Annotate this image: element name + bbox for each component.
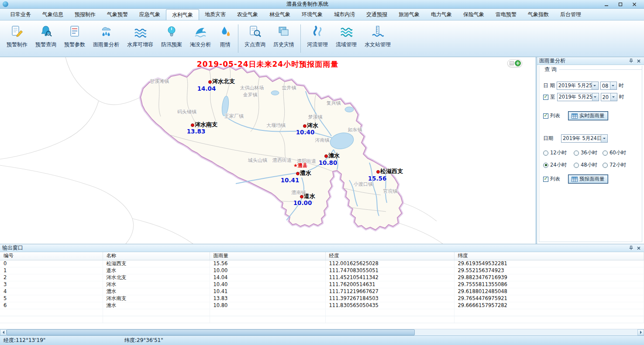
menu-item[interactable]: 应急气象 (134, 9, 166, 20)
duration-radio[interactable]: 72小时 (603, 162, 634, 168)
menu-item[interactable]: 电力气象 (425, 9, 458, 20)
duration-radio[interactable]: 60小时 (603, 150, 634, 156)
end-date-combobox[interactable]: 2019年 5月25日 (557, 93, 599, 101)
start-hour-combobox[interactable]: 08 (600, 82, 617, 90)
toolbar-button-rain[interactable]: 雨情 (215, 22, 236, 55)
scrollbar-track[interactable] (415, 329, 637, 335)
toolbar-button-warning-search[interactable]: 预警查询 (31, 22, 60, 55)
menu-item[interactable]: 雷电预警 (490, 9, 522, 20)
table-row[interactable]: 5涔水南支13.83111.39726718450329.76544769759… (0, 295, 644, 302)
toolbar-button-river[interactable]: 河流管理 (303, 22, 332, 55)
column-header[interactable]: 名称 (103, 252, 210, 260)
to-checkbox[interactable] (543, 95, 548, 100)
list-checkbox-2[interactable] (543, 177, 548, 182)
station-marker[interactable] (324, 154, 328, 158)
toolbar-button-label: 历史灾情 (273, 41, 294, 48)
layers-icon[interactable] (510, 61, 514, 65)
station-value: 13.83 (187, 128, 206, 135)
toolbar-button-history-disaster[interactable]: 历史灾情 (269, 22, 298, 55)
list-label: 列表 (550, 113, 560, 119)
toolbar-button-disaster-search[interactable]: 灾点查询 (241, 22, 269, 55)
town-label: 澧西街道 (272, 157, 292, 164)
table-row[interactable]: 4澧水10.41111.71121966762729.6188012485048 (0, 288, 644, 295)
table-row[interactable]: 1道水10.00111.74708305505129.552156374923 (0, 267, 644, 274)
scroll-left-button[interactable] (0, 329, 7, 335)
toolbar-button-warning-params[interactable]: 预警参数 (60, 22, 89, 55)
toolbar-button-flood-plan[interactable]: 防汛预案 (157, 22, 186, 55)
station-marker[interactable] (191, 123, 194, 127)
menu-item[interactable]: 预报制作 (69, 9, 101, 20)
radio-label: 12小时 (550, 150, 567, 156)
pin-icon[interactable] (628, 245, 634, 251)
column-header[interactable]: 纬度 (454, 252, 644, 260)
close-button[interactable] (632, 2, 637, 7)
column-header[interactable]: 编号 (0, 252, 103, 260)
table-row[interactable]: 6澹水10.80111.83056505043529.6666157957282 (0, 302, 644, 309)
menu-item[interactable]: 地质灾害 (199, 9, 231, 20)
station-value: 14.04 (197, 85, 216, 92)
scroll-right-button[interactable] (637, 329, 644, 335)
menu-item[interactable]: 气象预警 (101, 9, 134, 20)
duration-radio[interactable]: 36小时 (574, 150, 603, 156)
menu-item[interactable]: 水利气象 (166, 9, 199, 20)
realtime-rain-button[interactable]: 实时面雨量 (568, 111, 608, 120)
toolbar-button-inundation[interactable]: 淹没分析 (186, 22, 215, 55)
duration-radio[interactable]: 48小时 (574, 162, 603, 168)
map-area[interactable]: 2019-05-24日未来24小时预报面雨量 + 甘溪滩镇太供山林场金罗镇盐井镇… (0, 57, 537, 244)
table-row[interactable]: 0松滋西支15.56112.00162562502829.61935495322… (0, 260, 644, 267)
duration-radio[interactable]: 24小时 (543, 162, 574, 168)
menu-item[interactable]: 日常业务 (4, 9, 37, 20)
zoom-in-button[interactable]: + (515, 60, 521, 66)
pin-icon[interactable] (628, 58, 634, 64)
table-row[interactable]: 2涔水北支14.04111.45210541134229.88234767169… (0, 274, 644, 281)
menu-item[interactable]: 城市内涝 (328, 9, 361, 20)
station-marker[interactable] (296, 172, 300, 175)
radio-circle (603, 163, 608, 168)
station-marker[interactable] (208, 80, 212, 84)
menu-item[interactable]: 气象指数 (522, 9, 554, 20)
start-date-combobox[interactable]: 2019年 5月25日 (557, 82, 599, 90)
maximize-button[interactable] (618, 2, 623, 7)
table-row[interactable]: 3涔水10.40111.7620051463129.7555811355086 (0, 281, 644, 288)
forecast-date-combobox[interactable]: 2019年 5月24日 (561, 134, 608, 143)
table-cell: 111.830565050435 (325, 302, 454, 309)
column-header[interactable]: 经度 (325, 252, 454, 260)
toolbar-button-hydro-station[interactable]: 水文站管理 (361, 22, 395, 55)
chevron-down-icon[interactable] (610, 82, 616, 89)
close-icon[interactable] (636, 245, 642, 251)
menu-item[interactable]: 林业气象 (264, 9, 296, 20)
menu-item[interactable]: 保险气象 (458, 9, 490, 20)
column-header[interactable]: 面雨量 (210, 252, 325, 260)
chevron-down-icon[interactable] (592, 82, 598, 89)
list-checkbox[interactable] (543, 113, 548, 119)
empty-cell (103, 316, 210, 323)
toolbar-button-rain-analysis[interactable]: 面雨量分析 (89, 22, 123, 55)
station-marker[interactable] (303, 124, 307, 128)
menu-item[interactable]: 后台管理 (554, 9, 587, 20)
scrollbar-thumb[interactable] (7, 329, 415, 335)
menu-item[interactable]: 环境气象 (296, 9, 328, 20)
chevron-down-icon[interactable] (601, 135, 607, 142)
duration-radio[interactable]: 12小时 (543, 150, 574, 156)
minimize-button[interactable] (604, 2, 609, 7)
river-icon (311, 25, 324, 38)
toolbar-button-warning-edit[interactable]: 预警制作 (3, 22, 31, 55)
menu-item[interactable]: 气象信息 (37, 9, 69, 20)
end-hour-combobox[interactable]: 20 (601, 93, 617, 101)
menu-item[interactable]: 交通预报 (361, 9, 393, 20)
table-cell: 6 (0, 302, 103, 309)
forecast-rain-button[interactable]: 预报面雨量 (568, 174, 608, 184)
toolbar-button-reservoir[interactable]: 水库可增容 (123, 22, 157, 55)
menu-item[interactable]: 旅游气象 (393, 9, 425, 20)
horizontal-scrollbar[interactable] (0, 329, 644, 335)
radio-circle (574, 150, 579, 156)
station-marker[interactable] (300, 195, 303, 198)
radio-circle (574, 163, 579, 168)
toolbar-button-basin[interactable]: 流域管理 (332, 22, 361, 55)
chevron-down-icon[interactable] (610, 93, 617, 101)
map-zoom-control[interactable]: + (507, 59, 522, 67)
menu-item[interactable]: 农业气象 (231, 9, 264, 20)
station-marker[interactable] (376, 170, 380, 174)
close-icon[interactable] (636, 58, 642, 64)
chevron-down-icon[interactable] (592, 93, 599, 101)
